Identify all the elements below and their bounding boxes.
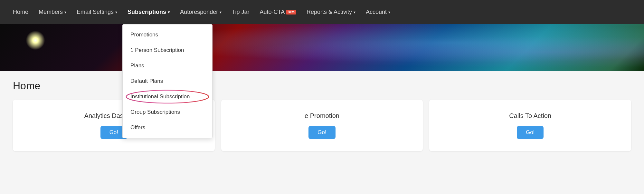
nav-autoresponder[interactable]: Autoresponder ▾ [175,0,227,24]
dropdown-item-plans[interactable]: Plans [123,58,212,73]
email-settings-chevron-icon: ▾ [115,10,117,15]
autoresponder-chevron-icon: ▾ [220,10,222,15]
dropdown-item-promotions[interactable]: Promotions [123,27,212,43]
main-content: Home Analytics Dashboard Go! e Promotion… [0,71,644,193]
account-chevron-icon: ▾ [388,10,390,15]
members-chevron-icon: ▾ [64,10,66,15]
nav-subscriptions[interactable]: Subscriptions ▾ [122,0,175,24]
nav-tip-jar[interactable]: Tip Jar [227,0,254,24]
nav-account[interactable]: Account ▾ [361,0,395,24]
dropdown-item-one-person[interactable]: 1 Person Subscription [123,43,212,58]
cards-row: Analytics Dashboard Go! e Promotion Go! … [13,100,631,151]
nav-auto-cta[interactable]: Auto-CTA Beta [255,0,301,24]
hero-banner [0,24,644,71]
nav-reports-activity[interactable]: Reports & Activity ▾ [301,0,361,24]
nav-subscriptions-wrapper: Subscriptions ▾ Promotions 1 Person Subs… [122,0,175,24]
calls-to-action-card: Calls To Action Go! [429,100,631,151]
promotion-go-button[interactable]: Go! [308,126,335,139]
beta-badge: Beta [286,10,296,15]
nav-home[interactable]: Home [8,0,33,24]
dropdown-item-default-plans[interactable]: Default Plans [123,73,212,89]
page-title: Home [13,80,631,92]
nav-email-settings[interactable]: Email Settings ▾ [71,0,122,24]
navbar: Home Members ▾ Email Settings ▾ Subscrip… [0,0,644,24]
promotion-card: e Promotion Go! [221,100,423,151]
promotion-card-title: e Promotion [305,112,339,120]
calls-to-action-card-title: Calls To Action [509,112,551,120]
subscriptions-dropdown: Promotions 1 Person Subscription Plans D… [122,24,213,138]
dropdown-item-institutional[interactable]: Institutional Subscription [123,89,212,104]
reports-chevron-icon: ▾ [354,10,355,15]
calls-to-action-go-button[interactable]: Go! [517,126,544,139]
dropdown-item-offers[interactable]: Offers [123,120,212,135]
nav-members[interactable]: Members ▾ [33,0,71,24]
subscriptions-chevron-icon: ▾ [168,10,170,15]
dropdown-item-group-subscriptions[interactable]: Group Subscriptions [123,104,212,120]
